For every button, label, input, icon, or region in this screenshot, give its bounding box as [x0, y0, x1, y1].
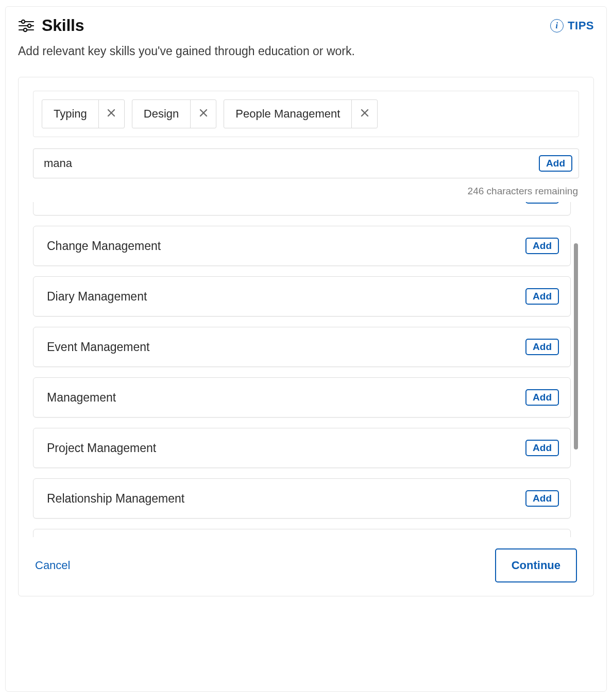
suggestion-item: Diary Management Add	[33, 276, 571, 316]
title-group: Skills	[18, 16, 84, 35]
add-suggestion-button[interactable]: Add	[525, 288, 559, 305]
suggestion-label: Change Management	[47, 239, 161, 253]
add-suggestion-button[interactable]: Add	[525, 238, 559, 254]
suggestion-label: Management	[47, 391, 116, 405]
panel-subtitle: Add relevant key skills you've gained th…	[18, 44, 594, 58]
suggestion-label: Relationship Management	[47, 492, 184, 506]
remove-skill-button[interactable]	[190, 100, 216, 128]
suggestion-item: Project Management Add	[33, 428, 571, 468]
suggestion-label: Event Management	[47, 340, 149, 354]
page-title: Skills	[42, 16, 84, 35]
tips-label: TIPS	[568, 19, 594, 32]
info-icon: i	[550, 19, 564, 32]
selected-skills-box: Typing Design People Management	[33, 91, 579, 137]
suggestion-item: Management Add	[33, 377, 571, 418]
add-suggestion-button[interactable]: Add	[525, 440, 559, 456]
skill-input-row: Add	[33, 148, 579, 178]
scrollbar-track[interactable]	[573, 202, 579, 537]
characters-remaining: 246 characters remaining	[33, 186, 579, 197]
panel-header: Skills i TIPS	[18, 16, 594, 35]
remove-skill-button[interactable]	[98, 100, 124, 128]
suggestion-label: Diary Management	[47, 290, 147, 304]
suggestion-item: Budget Management Add	[33, 202, 571, 215]
close-icon	[107, 107, 116, 121]
skills-panel: Skills i TIPS Add relevant key skills yo…	[5, 6, 607, 692]
svg-point-1	[22, 20, 25, 23]
continue-button[interactable]: Continue	[495, 548, 577, 582]
skill-chip: People Management	[224, 99, 378, 128]
skill-input[interactable]	[42, 154, 539, 173]
add-suggestion-button[interactable]: Add	[525, 202, 559, 204]
svg-point-3	[28, 24, 31, 27]
skill-chip: Typing	[42, 99, 125, 128]
tips-button[interactable]: i TIPS	[550, 19, 594, 32]
skill-chip-label: Typing	[42, 100, 98, 128]
skill-chip: Design	[132, 99, 216, 128]
suggestions-list[interactable]: Budget Management Add Change Management …	[33, 202, 571, 537]
suggestion-item: Change Management Add	[33, 226, 571, 266]
add-suggestion-button[interactable]: Add	[525, 339, 559, 355]
cancel-button[interactable]: Cancel	[35, 559, 70, 572]
close-icon	[199, 107, 208, 121]
suggestion-item: Risk Management Add	[33, 529, 571, 537]
suggestions-viewport: Budget Management Add Change Management …	[33, 202, 579, 537]
remove-skill-button[interactable]	[351, 100, 377, 128]
skill-chip-label: Design	[132, 100, 190, 128]
add-suggestion-button[interactable]: Add	[525, 490, 559, 507]
close-icon	[360, 107, 369, 121]
sliders-icon	[18, 19, 35, 33]
skills-form: Typing Design People Management	[18, 77, 594, 596]
scrollbar-thumb[interactable]	[574, 243, 578, 449]
add-suggestion-button[interactable]: Add	[525, 389, 559, 406]
suggestion-item: Relationship Management Add	[33, 478, 571, 519]
form-footer: Cancel Continue	[33, 548, 579, 582]
suggestion-label: Budget Management	[47, 202, 157, 203]
add-skill-button[interactable]: Add	[539, 155, 572, 172]
suggestion-label: Project Management	[47, 441, 156, 455]
suggestion-item: Event Management Add	[33, 327, 571, 367]
svg-point-5	[24, 28, 27, 31]
skill-chip-label: People Management	[224, 100, 351, 128]
